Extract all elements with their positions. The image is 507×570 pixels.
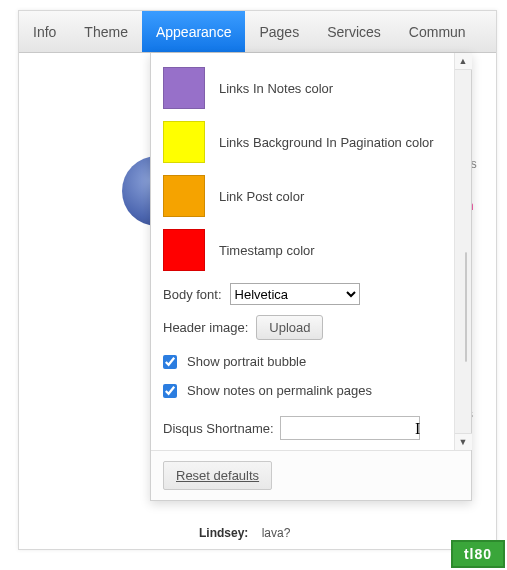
disqus-label: Disqus Shortname:	[163, 421, 274, 436]
checkbox-label: Show portrait bubble	[187, 354, 306, 369]
scroll-thumb[interactable]	[465, 252, 467, 362]
tab-theme[interactable]: Theme	[70, 11, 142, 52]
appearance-panel: Links In Notes color Links Background In…	[150, 53, 472, 501]
disqus-shortname-row: Disqus Shortname: I	[163, 416, 442, 440]
checkbox-label: Show notes on permalink pages	[187, 383, 372, 398]
tab-services[interactable]: Services	[313, 11, 395, 52]
color-swatch[interactable]	[163, 229, 205, 271]
reset-defaults-button[interactable]: Reset defaults	[163, 461, 272, 490]
color-swatch[interactable]	[163, 67, 205, 109]
color-label: Links In Notes color	[219, 81, 333, 96]
upload-button[interactable]: Upload	[256, 315, 323, 340]
show-notes-permalink-checkbox[interactable]	[163, 384, 177, 398]
color-swatch[interactable]	[163, 175, 205, 217]
scroll-down-icon[interactable]: ▼	[455, 433, 472, 450]
tab-pages[interactable]: Pages	[245, 11, 313, 52]
color-label: Links Background In Pagination color	[219, 135, 434, 150]
watermark-logo: tl80	[451, 540, 505, 568]
color-label: Link Post color	[219, 189, 304, 204]
disqus-shortname-input[interactable]	[280, 416, 420, 440]
header-image-row: Header image: Upload	[163, 315, 442, 340]
post-text: lava?	[262, 526, 291, 540]
show-portrait-bubble-checkbox[interactable]	[163, 355, 177, 369]
panel-footer: Reset defaults	[151, 450, 471, 500]
tab-community[interactable]: Commun	[395, 11, 480, 52]
color-setting-links-in-notes[interactable]: Links In Notes color	[163, 67, 442, 109]
body-font-row: Body font: Helvetica	[163, 283, 442, 305]
scroll-up-icon[interactable]: ▲	[455, 53, 472, 70]
tab-appearance[interactable]: Appearance	[142, 11, 246, 52]
color-setting-link-post[interactable]: Link Post color	[163, 175, 442, 217]
post-preview-line: Lindsey: lava?	[199, 526, 290, 540]
panel-scrollbar[interactable]: ▲ ▼	[454, 53, 471, 450]
color-setting-links-bg-pagination[interactable]: Links Background In Pagination color	[163, 121, 442, 163]
settings-tabbar: Info Theme Appearance Pages Services Com…	[19, 11, 496, 53]
body-font-label: Body font:	[163, 287, 222, 302]
show-portrait-bubble-row[interactable]: Show portrait bubble	[163, 354, 442, 369]
tab-info[interactable]: Info	[19, 11, 70, 52]
post-author: Lindsey:	[199, 526, 248, 540]
color-label: Timestamp color	[219, 243, 315, 258]
show-notes-permalink-row[interactable]: Show notes on permalink pages	[163, 383, 442, 398]
header-image-label: Header image:	[163, 320, 248, 335]
color-setting-timestamp[interactable]: Timestamp color	[163, 229, 442, 271]
body-font-select[interactable]: Helvetica	[230, 283, 360, 305]
color-swatch[interactable]	[163, 121, 205, 163]
